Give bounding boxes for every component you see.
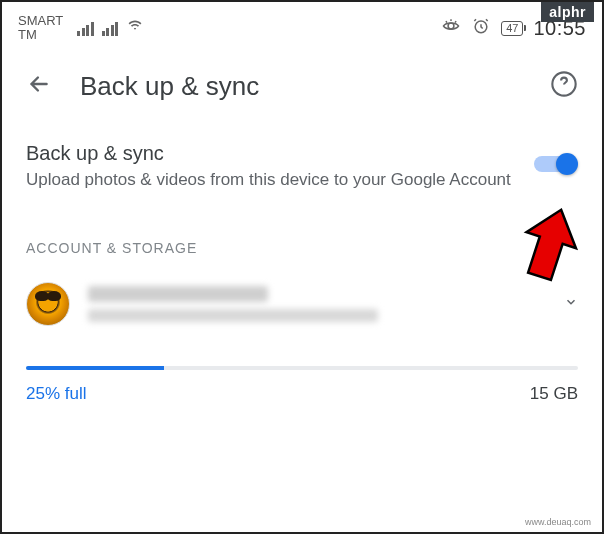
eye-comfort-icon <box>441 16 461 40</box>
chevron-down-icon <box>564 295 578 313</box>
setting-title: Back up & sync <box>26 142 514 165</box>
signal-icon <box>102 22 119 36</box>
carrier-label: SMART TM <box>18 14 63 43</box>
account-email <box>88 309 378 322</box>
source-badge: alphr <box>541 2 594 22</box>
storage-total: 15 GB <box>530 384 578 404</box>
account-row[interactable] <box>2 272 602 336</box>
avatar <box>26 282 70 326</box>
battery-indicator: 47 <box>501 21 523 36</box>
backup-sync-toggle[interactable] <box>534 152 578 176</box>
page-title: Back up & sync <box>80 71 522 102</box>
storage-progress-bar <box>26 366 578 370</box>
signal-icon <box>77 22 94 36</box>
help-button[interactable] <box>550 70 578 102</box>
app-header: Back up & sync <box>2 50 602 114</box>
alarm-icon <box>471 16 491 40</box>
watermark: www.deuaq.com <box>522 516 594 528</box>
setting-description: Upload photos & videos from this device … <box>26 169 514 192</box>
storage-progress-fill <box>26 366 164 370</box>
back-button[interactable] <box>26 71 52 101</box>
wifi-icon <box>126 18 144 36</box>
storage-percent: 25% full <box>26 384 86 404</box>
backup-sync-setting[interactable]: Back up & sync Upload photos & videos fr… <box>2 114 602 200</box>
storage-section: 25% full 15 GB <box>2 336 602 404</box>
svg-point-0 <box>448 23 454 29</box>
account-name <box>88 286 268 302</box>
status-bar: SMART TM 47 10:55 <box>2 2 602 50</box>
section-header: ACCOUNT & STORAGE <box>2 200 602 272</box>
